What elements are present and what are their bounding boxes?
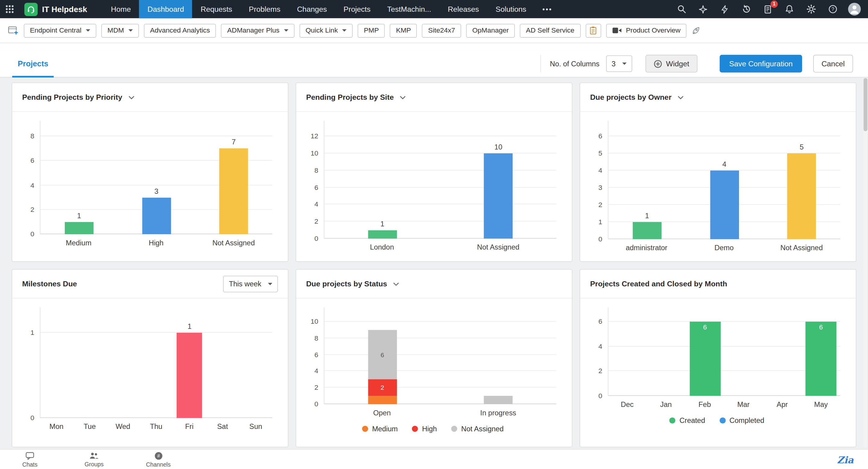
legend-item-high[interactable]: High [412, 425, 437, 433]
segment-not-assigned[interactable] [484, 396, 513, 404]
bar-not-assigned[interactable]: 5 [787, 153, 816, 239]
stacked-bar-in-progress [484, 396, 513, 404]
scrollbar-thumb[interactable] [864, 78, 867, 131]
divider [540, 55, 541, 73]
bar-administrator[interactable]: 1 [632, 222, 661, 239]
legend-item-medium[interactable]: Medium [362, 425, 398, 433]
bar-not-assigned[interactable]: 7 [219, 148, 248, 234]
y-tick-label: 0 [30, 414, 34, 422]
chevron-down-icon[interactable] [400, 96, 406, 100]
chart-plot-area: 0123456145 [587, 121, 847, 239]
help-icon[interactable]: ? [826, 2, 840, 16]
toolbar-button-label: OpManager [472, 27, 509, 34]
feedback-icon[interactable]: 1 [761, 2, 775, 16]
segment-value-label: 2 [368, 384, 397, 391]
bar-medium[interactable]: 1 [65, 222, 94, 234]
toolbar-button-admanager-plus[interactable]: ADManager Plus [221, 24, 294, 37]
y-axis: 024681012 [303, 121, 324, 239]
chevron-down-icon[interactable] [393, 282, 399, 286]
toolbar-button-ad-self-service[interactable]: AD Self Service [520, 24, 581, 37]
bar-chart-due-by-owner: 0123456145administratorDemoNot Assigned [580, 112, 856, 252]
y-tick-label: 5 [598, 150, 602, 157]
milestones-range-select[interactable]: This week [223, 276, 278, 292]
bar-created-feb[interactable]: 6 [689, 322, 721, 396]
cancel-button[interactable]: Cancel [813, 55, 853, 73]
category-slot [647, 307, 686, 396]
toolbar-button-quick-link[interactable]: Quick Link [299, 24, 352, 37]
save-configuration-button[interactable]: Save Configuration [720, 55, 802, 73]
y-axis: 0123456 [587, 121, 608, 239]
caret-down-icon [342, 29, 347, 31]
bars-layer: 110 [324, 121, 556, 239]
footer-channels[interactable]: # Channels [143, 451, 174, 468]
y-tick-label: 8 [314, 166, 318, 174]
x-tick-label-open: Open [324, 409, 440, 417]
app-window: IT Helpdesk HomeDashboardRequestsProblem… [0, 0, 868, 469]
footer-groups[interactable]: Groups [79, 452, 110, 467]
legend-item-completed[interactable]: Completed [719, 416, 764, 425]
toolbar-button-endpoint-central[interactable]: Endpoint Central [24, 24, 96, 37]
columns-select[interactable]: 3 [606, 56, 632, 72]
zia-logo[interactable]: Zia [837, 455, 854, 466]
nav-more-button[interactable] [535, 8, 559, 10]
bar-not-assigned[interactable]: 10 [484, 153, 513, 239]
legend-item-not-assigned[interactable]: Not Assigned [451, 425, 504, 433]
tab-projects[interactable]: Projects [12, 50, 54, 77]
notes-button[interactable] [586, 24, 601, 37]
bar-fri[interactable]: 1 [177, 333, 202, 418]
toolbar-button-advanced-analytics[interactable]: Advanced Analytics [144, 24, 216, 37]
nav-item-changes[interactable]: Changes [289, 0, 335, 19]
bar-london[interactable]: 1 [368, 230, 397, 239]
x-tick-label-demo: Demo [685, 244, 763, 252]
bar-high[interactable]: 3 [142, 197, 171, 234]
toolbar-button-kmp[interactable]: KMP [390, 24, 417, 37]
product-logo[interactable] [24, 2, 38, 16]
app-launcher-icon[interactable] [0, 0, 19, 19]
sparkle-icon[interactable] [696, 2, 710, 16]
y-tick-label: 4 [314, 201, 318, 209]
bar-created-may[interactable]: 6 [806, 322, 837, 396]
search-icon[interactable] [674, 2, 689, 16]
segment-medium[interactable] [368, 396, 397, 404]
y-tick-label: 6 [30, 157, 34, 164]
widget-title: Pending Projects by Priority [22, 93, 122, 101]
add-view-button[interactable] [8, 25, 19, 35]
legend-item-created[interactable]: Created [670, 416, 705, 425]
tour-button[interactable] [692, 26, 701, 35]
segment-not-assigned[interactable]: 6 [368, 330, 397, 379]
nav-item-solutions[interactable]: Solutions [487, 0, 535, 19]
page-body: Projects No. of Columns 3 Widget Save Co [0, 50, 868, 469]
category-slot [763, 307, 802, 396]
y-tick-label: 3 [598, 184, 602, 192]
y-tick-label: 0 [598, 392, 602, 400]
toolbar-button-pmp[interactable]: PMP [358, 24, 385, 37]
add-widget-button[interactable]: Widget [646, 55, 698, 73]
bar-demo[interactable]: 4 [710, 170, 739, 239]
product-overview-button[interactable]: Product Overview [606, 24, 687, 37]
x-axis-labels: administratorDemoNot Assigned [608, 244, 840, 252]
nav-item-dashboard[interactable]: Dashboard [139, 0, 192, 19]
user-avatar[interactable] [847, 2, 861, 16]
nav-item-home[interactable]: Home [103, 0, 139, 19]
nav-item-projects[interactable]: Projects [335, 0, 379, 19]
toolbar-button-site24x7[interactable]: Site24x7 [422, 24, 461, 37]
nav-item-testmachin[interactable]: TestMachin... [379, 0, 439, 19]
settings-gear-icon[interactable] [804, 2, 818, 16]
category-slot: 10 [440, 121, 556, 239]
nav-item-releases[interactable]: Releases [439, 0, 487, 19]
nav-item-problems[interactable]: Problems [241, 0, 289, 19]
nav-item-requests[interactable]: Requests [192, 0, 241, 19]
segment-high[interactable]: 2 [368, 379, 397, 396]
caret-down-icon [268, 283, 273, 285]
toolbar-button-opmanager[interactable]: OpManager [466, 24, 515, 37]
toolbar-button-mdm[interactable]: MDM [101, 24, 139, 37]
chevron-down-icon[interactable] [678, 96, 684, 100]
chart-plot-area: 024681012110 [303, 121, 563, 239]
ellipsis-icon [542, 8, 551, 10]
vertical-scrollbar[interactable] [864, 78, 867, 448]
chevron-down-icon[interactable] [128, 96, 134, 100]
footer-chats[interactable]: Chats [14, 451, 45, 468]
notification-bell-icon[interactable] [782, 2, 797, 16]
lightning-icon[interactable] [717, 2, 732, 16]
history-icon[interactable] [739, 2, 753, 16]
